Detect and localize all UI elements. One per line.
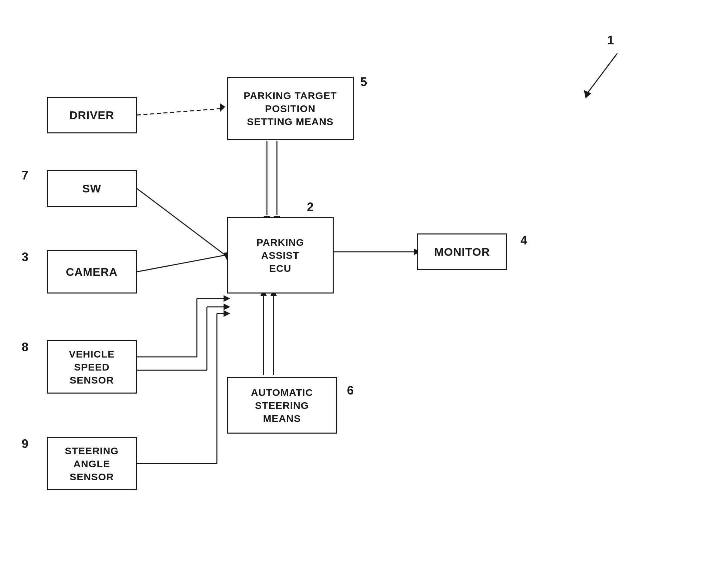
sw-box: SW bbox=[47, 170, 137, 207]
driver-box: DRIVER bbox=[47, 97, 137, 133]
label-3: 3 bbox=[22, 250, 28, 264]
parking-assist-box: PARKING ASSIST ECU bbox=[227, 217, 334, 293]
label-1: 1 bbox=[607, 34, 614, 47]
label-9: 9 bbox=[22, 437, 28, 451]
label-5: 5 bbox=[360, 75, 367, 89]
svg-line-8 bbox=[137, 188, 225, 255]
svg-marker-25 bbox=[224, 310, 230, 317]
label-8: 8 bbox=[22, 340, 28, 354]
monitor-box: MONITOR bbox=[417, 234, 507, 270]
svg-line-10 bbox=[137, 255, 225, 272]
svg-line-2 bbox=[137, 109, 224, 115]
label-6: 6 bbox=[347, 384, 354, 398]
label-7: 7 bbox=[22, 169, 28, 183]
auto-steering-box: AUTOMATIC STEERING MEANS bbox=[227, 377, 337, 434]
camera-box: CAMERA bbox=[47, 250, 137, 293]
parking-target-box: PARKING TARGET POSITION SETTING MEANS bbox=[227, 77, 354, 140]
svg-marker-17 bbox=[224, 295, 230, 302]
svg-marker-21 bbox=[224, 304, 230, 310]
label-2: 2 bbox=[307, 200, 314, 214]
svg-marker-1 bbox=[584, 90, 591, 99]
steering-angle-box: STEERING ANGLE SENSOR bbox=[47, 437, 137, 490]
svg-line-0 bbox=[587, 53, 617, 93]
svg-marker-3 bbox=[220, 104, 225, 112]
label-4: 4 bbox=[521, 234, 527, 248]
vehicle-speed-box: VEHICLE SPEED SENSOR bbox=[47, 340, 137, 394]
diagram-container: DRIVER PARKING TARGET POSITION SETTING M… bbox=[0, 0, 704, 588]
